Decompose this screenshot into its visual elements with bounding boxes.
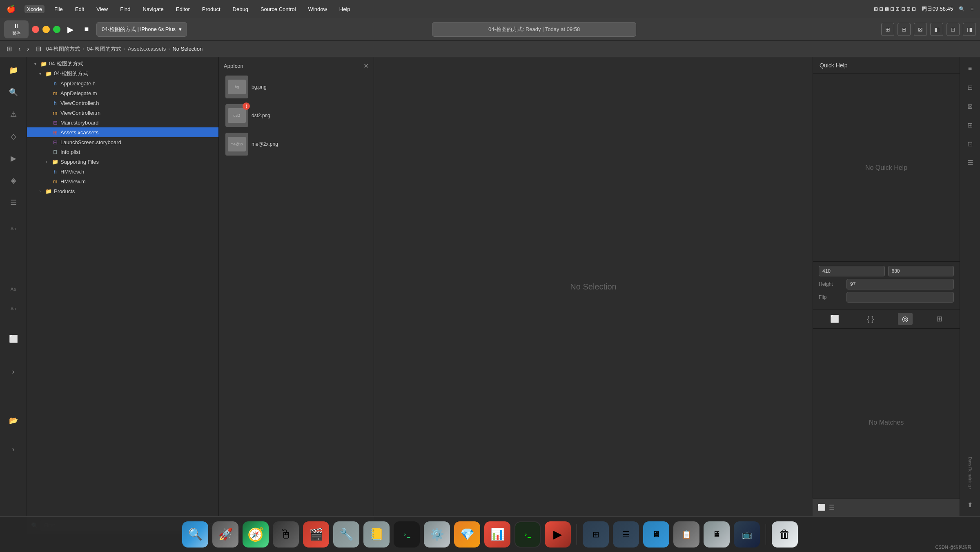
dock-sketch[interactable]: 💎: [454, 521, 480, 548]
dock-prefs[interactable]: ⚙️: [424, 521, 450, 548]
dock-notes[interactable]: 📒: [363, 521, 390, 548]
menu-navigate[interactable]: Navigate: [140, 5, 166, 13]
run-button[interactable]: ▶: [64, 23, 77, 36]
dock-item-2[interactable]: ☰: [613, 521, 639, 548]
menu-edit[interactable]: Edit: [73, 5, 87, 13]
tree-item-assets[interactable]: ⊞ Assets.xcassets: [27, 127, 218, 137]
dock-movie[interactable]: 🎬: [303, 521, 329, 548]
forward-button[interactable]: ›: [24, 45, 31, 53]
disclosure-supporting[interactable]: ›: [43, 158, 50, 165]
tree-item-viewcontroller-h[interactable]: h ViewController.h: [27, 98, 218, 108]
tree-item-viewcontroller-m[interactable]: m ViewController.m: [27, 108, 218, 118]
right-nav-6[interactable]: ☰: [962, 154, 978, 171]
tree-item-sub[interactable]: ▾ 📁 04-检图的方式: [27, 69, 218, 78]
menu-find[interactable]: Find: [118, 5, 133, 13]
expand-icon[interactable]: ›: [4, 362, 23, 381]
stop-button[interactable]: ■: [80, 23, 93, 36]
right-nav-1[interactable]: ≡: [962, 60, 978, 77]
menu-product[interactable]: Product: [200, 5, 223, 13]
menu-debug[interactable]: Debug: [230, 5, 251, 13]
expand-2-icon[interactable]: ›: [4, 439, 23, 459]
menu-window[interactable]: Window: [306, 5, 330, 13]
tree-item-root[interactable]: ▾ 📁 04-检图的方式: [27, 59, 218, 69]
asset-item-bg[interactable]: bg bg.png: [222, 73, 370, 101]
export-button[interactable]: ⬆: [962, 496, 978, 513]
tree-item-main-storyboard[interactable]: ⊟ Main.storyboard: [27, 118, 218, 127]
tree-item-appdelegate-h[interactable]: h AppDelegate.h: [27, 78, 218, 88]
breadcrumb-project[interactable]: 04-检图的方式: [87, 45, 121, 53]
right-nav-4[interactable]: ⊞: [962, 117, 978, 133]
maximize-button[interactable]: [53, 26, 60, 33]
dock-item-5[interactable]: 🖥: [704, 521, 730, 548]
dock-terminal[interactable]: ›_: [394, 521, 420, 548]
search-icon[interactable]: 🔍: [959, 6, 965, 12]
navigator-search-icon[interactable]: 🔍: [4, 82, 23, 102]
editor-standard-button[interactable]: ⊞: [881, 23, 894, 36]
inspector-view-button-2[interactable]: ☰: [829, 503, 835, 511]
flip-dropdown[interactable]: [846, 292, 954, 303]
disclosure-products[interactable]: ›: [37, 188, 43, 194]
breadcrumb-root[interactable]: 04-检图的方式: [46, 45, 80, 53]
navigator-debug-icon[interactable]: ▶: [4, 149, 23, 168]
dock-video[interactable]: ▶: [545, 521, 571, 548]
minimize-button[interactable]: [42, 26, 50, 33]
quick-help-tab[interactable]: { }: [863, 313, 878, 325]
dock-item-4[interactable]: 📋: [673, 521, 699, 548]
right-nav-2[interactable]: ⊟: [962, 79, 978, 96]
pause-button[interactable]: ⏸ 暂停: [4, 20, 29, 38]
dock-tools[interactable]: 🔧: [333, 521, 359, 548]
dock-item-3[interactable]: 🖥: [643, 521, 669, 548]
apple-menu[interactable]: 🍎: [7, 4, 16, 13]
breadcrumb-assets[interactable]: Assets.xcassets: [128, 46, 166, 52]
tree-item-supporting-files[interactable]: › 📁 Supporting Files: [27, 157, 218, 167]
control-icon[interactable]: ≡: [971, 6, 973, 12]
navigator-toggle[interactable]: ◧: [930, 23, 943, 36]
tree-item-launchscreen[interactable]: ⊟ LaunchScreen.storyboard: [27, 137, 218, 147]
right-nav-3[interactable]: ⊠: [962, 98, 978, 114]
dock-safari[interactable]: 🧭: [243, 521, 269, 548]
navigator-test-icon[interactable]: ◇: [4, 127, 23, 146]
navigator-report-icon[interactable]: ☰: [4, 193, 23, 212]
editor-assistant-button[interactable]: ⊟: [898, 23, 911, 36]
height-value-input[interactable]: [888, 266, 954, 276]
tree-item-info-plist[interactable]: 🗒 Info.plist: [27, 147, 218, 157]
editor-version-button[interactable]: ⊠: [914, 23, 927, 36]
dock-terminal-2[interactable]: ›_: [514, 521, 541, 548]
navigator-issues-icon[interactable]: ⚠: [4, 105, 23, 124]
width-input[interactable]: [819, 266, 885, 276]
tree-item-appdelegate-m[interactable]: m AppDelegate.m: [27, 88, 218, 98]
dock-ppt[interactable]: 📊: [484, 521, 510, 548]
grid-view-button[interactable]: ⊞: [4, 44, 14, 53]
hierarchy-button[interactable]: ⊟: [33, 44, 44, 53]
close-button[interactable]: [32, 26, 39, 33]
identity-inspector-tab[interactable]: ◎: [898, 313, 913, 325]
breadcrumb-selection[interactable]: No Selection: [172, 46, 203, 52]
dock-item-6[interactable]: 📺: [734, 521, 760, 548]
menu-editor[interactable]: Editor: [174, 5, 192, 13]
tree-item-products[interactable]: › 📁 Products: [27, 186, 218, 196]
tree-item-hmview-m[interactable]: m HMView.m: [27, 176, 218, 186]
asset-item-me2x[interactable]: me@2x me@2x.png: [222, 130, 370, 158]
dock-trash[interactable]: 🗑: [772, 521, 798, 548]
dock-finder[interactable]: 🔍: [182, 521, 208, 548]
dock-mouse[interactable]: 🖱: [273, 521, 299, 548]
dock-item-1[interactable]: ⊞: [583, 521, 609, 548]
folder-2-icon[interactable]: 📂: [4, 411, 23, 430]
debug-toggle[interactable]: ⊡: [947, 23, 960, 36]
menu-xcode[interactable]: Xcode: [24, 5, 45, 13]
media-button[interactable]: ⬜: [4, 329, 23, 349]
attributes-inspector-tab[interactable]: ⊞: [932, 313, 947, 325]
asset-item-dst2[interactable]: dst2 ! dst2.png: [222, 102, 370, 129]
right-nav-5[interactable]: ⊡: [962, 136, 978, 152]
menu-view[interactable]: View: [94, 5, 110, 13]
back-button[interactable]: ‹: [16, 45, 23, 53]
third-input[interactable]: [846, 279, 954, 289]
asset-close-button[interactable]: ✕: [363, 62, 369, 70]
navigator-breakpoint-icon[interactable]: ◈: [4, 171, 23, 190]
inspector-view-button-1[interactable]: ⬜: [817, 503, 826, 511]
dock-launchpad[interactable]: 🚀: [212, 521, 238, 548]
tree-item-hmview-h[interactable]: h HMView.h: [27, 167, 218, 176]
navigator-folder-icon[interactable]: 📁: [4, 60, 23, 80]
scheme-selector[interactable]: 04-检图的方式 | iPhone 6s Plus ▾: [96, 22, 187, 37]
inspector-toggle[interactable]: ◨: [963, 23, 976, 36]
